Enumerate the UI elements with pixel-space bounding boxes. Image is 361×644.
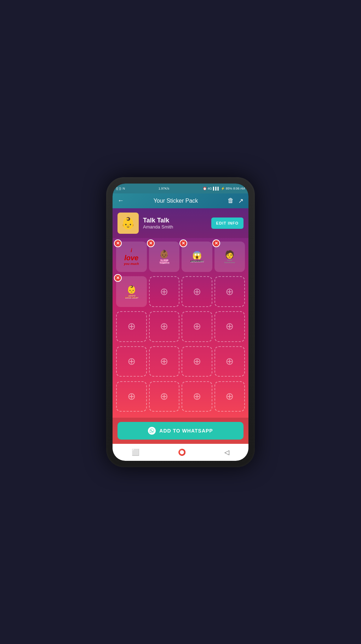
sticker-cell-2[interactable]: ✕ 👶🏾 SLEEPTIGHT!!!	[149, 242, 180, 272]
sticker-cell-3[interactable]: ✕ 😱 ARGHHH!!!	[182, 242, 212, 272]
remove-sticker-3[interactable]: ✕	[179, 239, 187, 247]
add-sticker-icon: ⊕	[225, 321, 234, 331]
avatar-emoji: 👶	[121, 216, 135, 230]
pack-text: Talk Talk Amanda Smith	[143, 217, 207, 230]
add-sticker-icon: ⊕	[160, 356, 168, 366]
sticker-cell-6[interactable]: ⊕	[149, 276, 180, 307]
sticker-cell-5[interactable]: ✕ 👶 WHO'SBOSS NOW?	[116, 276, 147, 307]
add-sticker-icon: ⊕	[193, 391, 201, 401]
sticker-cell-16[interactable]: ⊕	[214, 346, 245, 377]
nav-home-icon[interactable]: ⭕	[178, 448, 186, 456]
add-sticker-icon: ⊕	[193, 287, 201, 297]
header-title: Your Sticker Pack	[154, 198, 198, 204]
bolt-icon: ⚡	[221, 187, 225, 190]
remove-sticker-2[interactable]: ✕	[147, 239, 155, 247]
add-sticker-icon: ⊕	[193, 321, 201, 331]
sticker-cell-1[interactable]: ✕ i love you much	[116, 242, 147, 272]
phone-screen: ((·)) N 1.97K/s ⏰ 4G ▌▌▌ ⚡ 85% 8:06 AM ←…	[113, 184, 248, 461]
signal-icon: ▌▌▌	[213, 187, 220, 190]
nfc-icon: N	[123, 187, 125, 190]
status-bar: ((·)) N 1.97K/s ⏰ 4G ▌▌▌ ⚡ 85% 8:06 AM	[113, 184, 248, 193]
add-sticker-icon: ⊕	[193, 356, 201, 366]
status-left: ((·)) N	[116, 187, 125, 190]
sticker-grid: ✕ i love you much ✕ 👶🏾 SLEEPTIGHT!!!	[113, 238, 248, 418]
add-sticker-icon: ⊕	[127, 391, 136, 401]
sticker-cell-8[interactable]: ⊕	[214, 276, 245, 307]
sticker-cell-18[interactable]: ⊕	[149, 381, 180, 412]
battery-level: 85%	[226, 187, 232, 190]
back-button[interactable]: ←	[118, 197, 124, 204]
phone-frame: ((·)) N 1.97K/s ⏰ 4G ▌▌▌ ⚡ 85% 8:06 AM ←…	[106, 177, 255, 467]
sticker-cell-11[interactable]: ⊕	[182, 311, 212, 342]
sticker-cell-12[interactable]: ⊕	[214, 311, 245, 342]
add-sticker-icon: ⊕	[127, 321, 136, 331]
4g-icon: 4G	[208, 187, 212, 190]
sticker-cell-10[interactable]: ⊕	[149, 311, 180, 342]
add-to-whatsapp-label: ADD TO WHATSAPP	[159, 428, 213, 434]
navigation-bar: ⬜ ⭕ ◁	[113, 444, 248, 461]
pack-info: 👶 Talk Talk Amanda Smith EDIT INFO	[113, 208, 248, 238]
wifi-icon: ((·))	[116, 187, 121, 190]
main-content: 👶 Talk Talk Amanda Smith EDIT INFO ✕ i l…	[113, 208, 248, 444]
sticker-cell-20[interactable]: ⊕	[214, 381, 245, 412]
sticker-cell-15[interactable]: ⊕	[182, 346, 212, 377]
time-display: 8:06 AM	[233, 187, 245, 190]
add-sticker-icon: ⊕	[160, 287, 168, 297]
delete-button[interactable]: 🗑	[228, 197, 234, 205]
add-sticker-icon: ⊕	[225, 391, 234, 401]
add-sticker-icon: ⊕	[225, 287, 234, 297]
bottom-bar: ADD TO WHATSAPP	[113, 418, 248, 444]
app-header: ← Your Sticker Pack 🗑 ↗	[113, 193, 248, 208]
add-to-whatsapp-button[interactable]: ADD TO WHATSAPP	[118, 422, 243, 440]
status-right: ⏰ 4G ▌▌▌ ⚡ 85% 8:06 AM	[203, 187, 245, 190]
remove-sticker-5[interactable]: ✕	[114, 274, 122, 282]
whatsapp-icon	[148, 427, 156, 435]
sticker-cell-14[interactable]: ⊕	[149, 346, 180, 377]
add-sticker-icon: ⊕	[127, 356, 136, 366]
alarm-icon: ⏰	[203, 187, 207, 190]
add-sticker-icon: ⊕	[225, 356, 234, 366]
network-speed: 1.97K/s	[159, 187, 170, 190]
sticker-cell-17[interactable]: ⊕	[116, 381, 147, 412]
header-actions: 🗑 ↗	[228, 197, 243, 205]
add-sticker-icon: ⊕	[160, 391, 168, 401]
remove-sticker-4[interactable]: ✕	[212, 239, 220, 247]
nav-recent-apps-icon[interactable]: ⬜	[132, 448, 139, 456]
remove-sticker-1[interactable]: ✕	[114, 239, 122, 247]
pack-name: Talk Talk	[143, 217, 207, 224]
sticker-cell-19[interactable]: ⊕	[182, 381, 212, 412]
sticker-cell-7[interactable]: ⊕	[182, 276, 212, 307]
sticker-cell-13[interactable]: ⊕	[116, 346, 147, 377]
pack-author: Amanda Smith	[143, 224, 207, 230]
share-button[interactable]: ↗	[238, 197, 243, 205]
sticker-cell-4[interactable]: ✕ 🧑 hellohandsome	[214, 242, 245, 272]
add-sticker-icon: ⊕	[160, 321, 168, 331]
pack-avatar: 👶	[118, 213, 139, 234]
edit-info-button[interactable]: EDIT INFO	[211, 217, 243, 229]
sticker-cell-9[interactable]: ⊕	[116, 311, 147, 342]
nav-back-icon[interactable]: ◁	[224, 448, 229, 456]
